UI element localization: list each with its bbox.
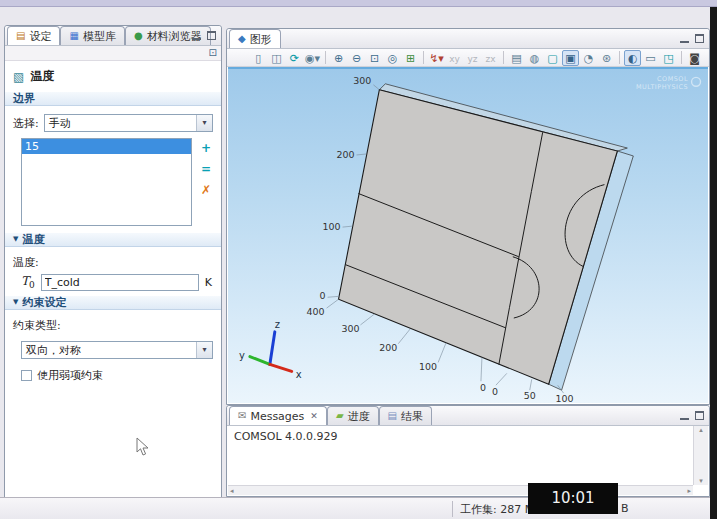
orthographic-projection-icon[interactable]: ◐ bbox=[624, 50, 641, 66]
hidden-lines-icon[interactable]: ◔ bbox=[580, 50, 597, 66]
zoom-out-icon[interactable]: ⊖ bbox=[348, 50, 365, 66]
zoom-extents-icon[interactable]: ⊞ bbox=[402, 50, 419, 66]
tab-graphics[interactable]: ◆ 图形 bbox=[229, 29, 281, 48]
close-icon[interactable]: ✕ bbox=[310, 411, 318, 421]
zoom-in-icon[interactable]: ⊕ bbox=[330, 50, 347, 66]
settings-panel-controls bbox=[192, 31, 216, 40]
graphics-canvas[interactable]: COMSOL MULTIPHYSICS bbox=[228, 67, 708, 403]
constraint-type-value: 双向，对称 bbox=[26, 343, 81, 358]
axis-tick-label: 0 bbox=[320, 290, 326, 301]
tab-label: 结果 bbox=[401, 409, 423, 424]
axis-orientation-icon[interactable]: ↯▾ bbox=[428, 50, 445, 66]
boundary-list-item[interactable]: 15 bbox=[22, 139, 191, 154]
toolbar-separator bbox=[423, 51, 424, 64]
transparency-icon[interactable]: ◍ bbox=[526, 50, 543, 66]
axis-tick-label: 0 bbox=[492, 386, 498, 397]
settings-panel: ▤ 设定 ▦ 模型库 ● 材料浏览器 ⊡ ▧ 温度 边界 选择: 手动 ▾ bbox=[4, 25, 222, 509]
settings-icon: ▤ bbox=[16, 31, 25, 41]
tab-settings[interactable]: ▤ 设定 bbox=[7, 26, 60, 45]
x-axis-icon bbox=[270, 364, 292, 371]
go-to-default-view-icon[interactable]: ◎ bbox=[384, 50, 401, 66]
application-window: { "status_bar": { "memory_label": "工作集: … bbox=[0, 0, 717, 519]
clear-icon[interactable]: ✗ bbox=[199, 183, 213, 197]
split-view-icon[interactable]: ◫ bbox=[268, 50, 285, 66]
scroll-down-icon[interactable]: ▾ bbox=[699, 477, 703, 485]
temperature-field-label: 温度: bbox=[13, 255, 213, 270]
section-label: 边界 bbox=[13, 91, 35, 106]
tab-progress[interactable]: ▰ 进度 bbox=[327, 406, 379, 425]
axis-tick-label: 50 bbox=[524, 390, 536, 401]
comsol-watermark: COMSOL MULTIPHYSICS bbox=[636, 75, 701, 91]
settings-sub-toolbar: ⊡ bbox=[5, 46, 221, 61]
temperature-node-icon: ▧ bbox=[13, 72, 24, 82]
view-yz-icon[interactable]: yz bbox=[464, 50, 481, 66]
perspective-projection-icon[interactable]: ▭ bbox=[642, 50, 659, 66]
svg-text:MULTIPHYSICS: MULTIPHYSICS bbox=[636, 83, 688, 91]
shaded-surface-icon[interactable]: ▣ bbox=[562, 50, 579, 66]
section-label: 温度 bbox=[22, 232, 44, 247]
scroll-right-icon[interactable]: ▸ bbox=[687, 487, 691, 495]
constraint-type-dropdown[interactable]: 双向，对称 ▾ bbox=[21, 341, 213, 359]
snapshot-icon[interactable]: ◙ bbox=[686, 50, 703, 66]
tab-messages[interactable]: ✉ Messages ✕ bbox=[229, 406, 327, 425]
selection-dropdown[interactable]: 手动 ▾ bbox=[44, 114, 213, 132]
chevron-down-icon[interactable]: ▾ bbox=[196, 115, 212, 131]
wireframe-icon[interactable]: ▢ bbox=[544, 50, 561, 66]
remove-icon[interactable]: = bbox=[199, 162, 213, 176]
zoom-box-icon[interactable]: ⊡ bbox=[366, 50, 383, 66]
scroll-up-icon[interactable]: ▴ bbox=[699, 426, 703, 434]
section-constraint[interactable]: ▼ 约束设定 bbox=[5, 295, 221, 310]
window-right-band bbox=[710, 7, 717, 519]
maximize-icon[interactable] bbox=[695, 34, 704, 43]
graphics-tab-icon: ◆ bbox=[238, 34, 246, 44]
graphics-scene[interactable]: COMSOL MULTIPHYSICS bbox=[228, 69, 708, 403]
axis-label: z bbox=[275, 319, 280, 330]
tab-label: 进度 bbox=[348, 409, 370, 424]
toolbar-separator bbox=[619, 51, 620, 64]
tab-model-library[interactable]: ▦ 模型库 bbox=[60, 26, 124, 45]
view-options-icon[interactable]: ◉▾ bbox=[304, 50, 321, 66]
tab-results[interactable]: ▤ 结果 bbox=[379, 406, 432, 425]
results-table-icon: ▤ bbox=[388, 411, 397, 421]
mouse-cursor-icon bbox=[136, 437, 149, 459]
preview-icon[interactable]: ⊡ bbox=[209, 47, 217, 59]
axis-tick-label: 100 bbox=[556, 393, 574, 403]
scene-settings-icon[interactable]: ▤ bbox=[508, 50, 525, 66]
constraint-type-row: 双向，对称 ▾ bbox=[21, 341, 213, 359]
minimize-icon[interactable] bbox=[680, 35, 689, 43]
material-browser-icon: ● bbox=[134, 31, 143, 41]
horizontal-scrollbar[interactable]: ◂ ▸ bbox=[228, 485, 693, 495]
memory-status: 工作集: 287 M bbox=[460, 502, 534, 517]
axis-tick-label: 400 bbox=[307, 306, 325, 317]
graphics-panel: ◆ 图形 ▯◫⟳◉▾⊕⊖⊡◎⊞↯▾xyyzzx▤◍▢▣◔⊛◐▭◳◙ COMSOL… bbox=[226, 28, 710, 405]
maximize-icon[interactable] bbox=[695, 411, 704, 420]
minimize-icon[interactable] bbox=[680, 412, 689, 420]
graphics-toolbar: ▯◫⟳◉▾⊕⊖⊡◎⊞↯▾xyyzzx▤◍▢▣◔⊛◐▭◳◙ bbox=[227, 49, 709, 67]
messages-panel-controls bbox=[680, 411, 704, 420]
select-box-icon[interactable]: ◳ bbox=[660, 50, 677, 66]
single-view-icon[interactable]: ▯ bbox=[250, 50, 267, 66]
scroll-left-icon[interactable]: ◂ bbox=[230, 487, 234, 495]
weak-constraint-checkbox[interactable] bbox=[21, 370, 32, 381]
maximize-icon[interactable] bbox=[207, 31, 216, 40]
temperature-value-field[interactable] bbox=[41, 274, 199, 291]
chevron-down-icon[interactable]: ▾ bbox=[196, 342, 212, 358]
rotate-view-icon[interactable]: ⟳ bbox=[286, 50, 303, 66]
scene-light-icon[interactable]: ⊛ bbox=[598, 50, 615, 66]
settings-title-row: ▧ 温度 bbox=[5, 61, 221, 91]
view-zx-icon[interactable]: zx bbox=[482, 50, 499, 66]
messages-log: COMSOL 4.0.0.929 bbox=[228, 426, 693, 485]
add-icon[interactable]: + bbox=[199, 141, 213, 155]
temperature-unit: K bbox=[205, 276, 212, 289]
section-temperature[interactable]: ▼ 温度 bbox=[5, 232, 221, 247]
view-xy-icon[interactable]: xy bbox=[446, 50, 463, 66]
vertical-scrollbar[interactable]: ▴ ▾ bbox=[693, 426, 708, 485]
z-axis-icon bbox=[270, 332, 275, 365]
envelope-icon: ✉ bbox=[238, 411, 246, 421]
axis-tick-label: 200 bbox=[379, 342, 397, 353]
boundary-selection-list[interactable]: 15 bbox=[21, 138, 192, 226]
minimize-icon[interactable] bbox=[192, 32, 201, 40]
axis-label: x bbox=[296, 369, 302, 380]
collapse-caret-icon: ▼ bbox=[13, 295, 18, 310]
axis-label: y bbox=[239, 350, 245, 361]
